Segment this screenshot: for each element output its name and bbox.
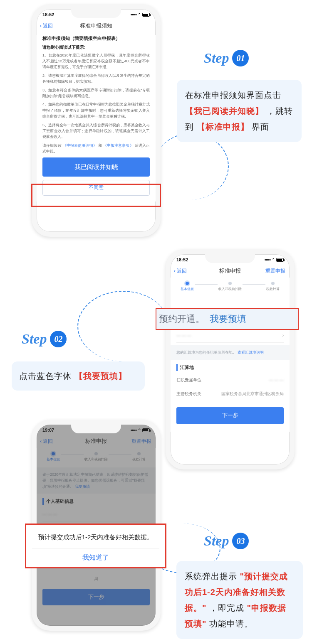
nav-title: 标准申报 [219,267,241,275]
caption-highlight: 【标准申报】 [197,122,249,131]
caption-text: 系统弹出提示 [185,572,237,581]
status-time: 18:52 [176,257,188,262]
employer-row[interactable]: 任职受雇单位 — — — [176,374,284,387]
next-button[interactable]: 下一步 [42,589,150,606]
reset-button[interactable]: 重置申报 [131,438,151,445]
battery-icon [276,258,284,262]
para-2: 2、请您根据汇算年度取得的综合所得收入以及发生的符合规定的各项税前扣除项目，据实… [42,73,150,85]
popup-ok-button[interactable]: 我知道了 [32,548,159,567]
step-tab-1[interactable]: 基本信息 [46,452,61,462]
status-time: 18:52 [42,12,54,17]
screen-content: 基本信息 收入和税前扣除 税款计算 个人基础信息 — — — › 您的汇算地为您… [171,278,290,432]
gray-notice: 鉴于2020年度汇算法定申报期已结束，因系统维护和数据保护需要，预填申报服务停止… [37,467,156,494]
agree-button[interactable]: 我已阅读并知晓 [42,157,150,177]
para-1: 1、如您在2020年度已依法预缴个人所得税，且年度综合所得收入不超过12万元或者… [42,52,150,70]
location-hint: 您的汇算地为您的任职单位所在地。 查看汇算地说明 [171,345,290,359]
phone-2: 18:52 ••••• ⌃ ‹ 返回 标准申报 重置申报 基本信息 收入和税前扣… [166,249,295,469]
para-5: 5、选择将全年一次性奖金并入综合所得计税的，应将奖金收入与工资薪金收入合并填写；… [42,122,150,140]
tax-authority-row: 主管税务机关 国家税务总局北京市通州区税务局 [176,387,284,401]
wifi-icon: ⌃ [272,258,275,262]
progress-steps: 基本信息 收入和税前扣除 税款计算 [176,278,284,297]
caption-highlight: 【我要预填】 [74,371,127,381]
page-heading: 标准申报须知（我要填报空白申报表） [42,35,150,42]
step-word: Step [204,50,229,66]
step-tab-3[interactable]: 税款计算 [265,282,280,292]
screen-content: 标准申报须知（我要填报空白申报表） 请您耐心阅读以下提示: 1、如您在2020年… [37,35,156,202]
notch [71,9,121,18]
signal-icon: ••••• [265,257,270,262]
blurred-label: — — — [176,332,191,339]
caption-text: 在标准申报须知界面点击 [185,91,281,100]
highlight-agree [31,184,161,207]
back-button[interactable]: ‹ 返回 [40,438,53,445]
step-tab-1[interactable]: 基本信息 [180,282,195,292]
chevron-right-icon: › [282,332,284,339]
nav-title: 标准申报须知 [80,22,112,29]
step-word: Step [204,533,229,549]
step-3-number: 03 [232,533,249,549]
caption-text: 功能申请。 [209,619,253,628]
nav-bar: ‹ 返回 标准申报须知 [37,19,156,32]
status-right: ••••• ⌃ [265,257,284,262]
personal-info-row[interactable]: — — — › [176,329,284,343]
nav-title: 标准申报 [85,438,107,445]
step-2-number: 02 [50,331,67,347]
para-3: 3、如您有符合条件的大病医疗等专项附加扣除，请提前在"专项附加扣除填报"模块填写… [42,87,150,99]
blurred-value: — — — [269,377,284,383]
battery-icon [142,428,150,432]
caption-text: 点击蓝色字体 [19,371,72,381]
step-2-caption: 点击蓝色字体 【我要预填】 [12,361,145,391]
step-3-caption: 系统弹出提示 "预计提交成功后1-2天内准备好相关数据。" ，即完成 "申报数据… [176,561,303,639]
link-location-help[interactable]: 查看汇算地说明 [238,350,264,354]
step-1-caption: 在标准申报须知界面点击 【我已阅读并知晓】 ，跳转到 【标准申报】 界面 [177,80,302,142]
link-instructions[interactable]: 《申报表使用说明》 [63,143,97,147]
back-button[interactable]: ‹ 返回 [174,268,187,275]
personal-info-row: — — — [42,508,150,521]
link-notes[interactable]: 《申报注意事项》 [103,143,134,147]
status-right: ••••• ⌃ [131,12,150,17]
prompt-text: 请您耐心阅读以下提示: [42,44,150,51]
popup-message: 预计提交成功后1-2天内准备好相关数据。 [32,532,159,548]
next-button[interactable]: 下一步 [176,407,284,424]
step-1-badge: Step 01 [204,50,249,66]
caption-text: ，即完成 [209,603,244,612]
battery-icon [142,13,150,17]
back-button[interactable]: ‹ 返回 [40,22,53,29]
step-3-badge: Step 03 [204,533,249,549]
caption-highlight: 【我已阅读并知晓】 [185,106,264,116]
section-location: 汇算地 [176,364,284,371]
prefill-link[interactable]: 我要预填 [205,313,246,325]
prefill-link[interactable]: 我要预填 [75,484,90,489]
banner-left-text: 预约开通。 [156,313,205,325]
wifi-icon: ⌃ [138,12,141,17]
tax-authority-value: 国家税务总局北京市通州区税务局 [221,391,284,397]
caption-text: 界面 [252,122,269,131]
authority-short: 局 [42,575,150,582]
step-tab-3[interactable]: 税款计算 [131,452,146,462]
status-right: ••••• ⌃ [131,428,150,433]
step-tab-2[interactable]: 收入和税前扣除 [218,282,243,292]
signal-icon: ••••• [131,428,136,433]
notch [205,254,255,263]
step-word: Step [22,331,47,347]
para-6: 请仔细阅读 《申报表使用说明》 和 《申报注意事项》 后进入正式申报。 [42,143,150,155]
connector-1 [154,133,229,199]
section-personal-info: 个人基础信息 [42,498,150,505]
wifi-icon: ⌃ [138,428,141,433]
step-1-number: 01 [232,50,249,66]
notch [71,424,121,433]
para-4: 4、如果您的扣缴单位已在日常申报时为您按照奖金单独计税方式申报了税款，在年度汇算… [42,101,150,119]
progress-steps: 基本信息 收入和税前扣除 税款计算 [42,448,150,467]
step-tab-2[interactable]: 收入和税前扣除 [84,452,109,462]
status-time: 19:07 [42,428,54,433]
prefill-banner-overlay: 预约开通。 我要预填 [156,309,298,329]
confirmation-popup: 预计提交成功后1-2天内准备好相关数据。 我知道了 [25,524,166,568]
connector-2 [77,291,169,361]
nav-bar: ‹ 返回 标准申报 重置申报 [37,435,156,448]
reset-button[interactable]: 重置申报 [265,268,285,275]
step-2-badge: Step 02 [22,331,67,347]
signal-icon: ••••• [131,12,136,17]
nav-bar: ‹ 返回 标准申报 重置申报 [171,264,290,278]
